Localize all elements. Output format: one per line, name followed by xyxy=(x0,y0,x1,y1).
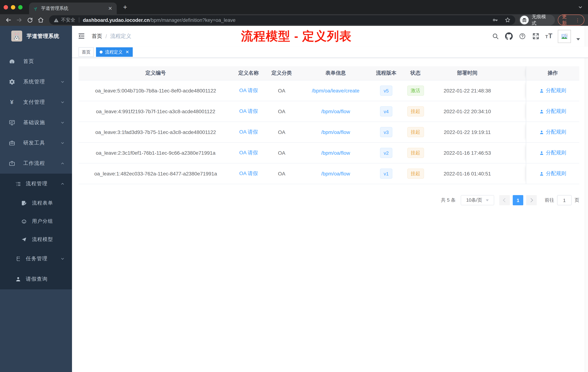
browser-tab[interactable]: 芋道管理系统 ✕ xyxy=(29,2,117,14)
tab-title: 芋道管理系统 xyxy=(41,5,107,11)
sidebar-item-leave-query[interactable]: 请假查询 xyxy=(0,269,72,289)
tag-close-icon[interactable]: ✕ xyxy=(126,50,129,54)
tab-close-icon[interactable]: ✕ xyxy=(107,5,113,11)
spacer xyxy=(504,122,526,142)
breadcrumb-home[interactable]: 首页 xyxy=(92,33,102,40)
page-size-select[interactable]: 10条/页 xyxy=(461,195,494,205)
breadcrumb-current: 流程定义 xyxy=(110,33,131,40)
goto-page-input[interactable] xyxy=(557,195,572,205)
sidebar-item-label: 系统管理 xyxy=(23,79,45,85)
deploy-time: 2022-01-16 17:46:53 xyxy=(431,143,504,163)
deploy-time: 2022-01-22 20:34:10 xyxy=(431,101,504,121)
tab-search-chevron-icon[interactable] xyxy=(578,5,583,10)
sidebar-item-process-form[interactable]: 流程表单 xyxy=(0,194,72,212)
spacer xyxy=(504,143,526,163)
sidebar-item-process-model[interactable]: 流程模型 xyxy=(0,230,72,249)
minimize-window-button[interactable] xyxy=(11,5,15,9)
current-page-button[interactable]: 1 xyxy=(513,195,523,205)
new-tab-button[interactable]: + xyxy=(120,2,130,12)
tag-home[interactable]: 首页 xyxy=(79,47,94,57)
form-link[interactable]: /bpm/oa/flow xyxy=(321,109,350,114)
sidebar-item-label: 研发工具 xyxy=(23,140,45,146)
back-button[interactable] xyxy=(4,15,13,25)
assign-rule-link[interactable]: 分配规则 xyxy=(539,150,566,156)
reload-button[interactable] xyxy=(25,15,34,25)
sidebar-item-label: 流程模型 xyxy=(32,236,53,243)
prev-page-button[interactable] xyxy=(499,195,510,205)
hamburger-toggle-icon[interactable] xyxy=(78,33,85,40)
logo-avatar: 🐰 xyxy=(11,31,22,42)
sidebar-item-payment[interactable]: ¥ 支付管理 xyxy=(0,92,72,112)
tag-process-definition[interactable]: 流程定义 ✕ xyxy=(96,47,133,57)
app-title: 芋道管理系统 xyxy=(27,33,59,40)
pagination: 共 5 条 10条/页 1 前往 页 xyxy=(72,195,588,205)
browser-tab-strip: 芋道管理系统 ✕ + xyxy=(0,0,588,14)
sidebar-item-infrastructure[interactable]: 基础设施 xyxy=(0,112,72,133)
sidebar-logo[interactable]: 🐰 芋道管理系统 xyxy=(0,26,72,46)
avatar-broken-image[interactable] xyxy=(558,30,571,43)
forward-button[interactable] xyxy=(14,15,24,25)
sidebar-item-home[interactable]: 首页 xyxy=(0,51,72,72)
search-icon[interactable] xyxy=(492,32,499,40)
sidebar-item-label: 任务管理 xyxy=(26,255,48,262)
bookmark-star-icon[interactable] xyxy=(504,17,511,23)
incognito-icon xyxy=(520,16,529,24)
col-header: 流程版本 xyxy=(372,66,400,80)
definition-name-link[interactable]: OA 请假 xyxy=(239,108,258,115)
scrollbar-track[interactable] xyxy=(585,26,588,372)
sidebar-item-label: 流程表单 xyxy=(32,200,53,206)
document-edit-icon xyxy=(21,200,27,206)
assign-rule-link[interactable]: 分配规则 xyxy=(539,170,566,177)
address-bar[interactable]: 不安全 dashboard.yudao.iocoder.cn/bpm/manag… xyxy=(49,15,515,25)
form-link[interactable]: /bpm/oa/flow xyxy=(321,171,350,176)
next-page-button[interactable] xyxy=(526,195,537,205)
browser-update-button[interactable]: 更新 ⋮ xyxy=(558,15,584,25)
form-link[interactable]: /bpm/oa/flow xyxy=(321,150,350,156)
definition-name-link[interactable]: OA 请假 xyxy=(239,170,258,177)
tag-label: 流程定义 xyxy=(105,49,123,55)
github-icon[interactable] xyxy=(505,32,513,40)
assign-rule-link[interactable]: 分配规则 xyxy=(539,87,566,94)
font-size-icon[interactable]: TT xyxy=(545,33,552,40)
status-badge: 挂起 xyxy=(407,106,424,117)
fullscreen-icon[interactable] xyxy=(532,32,540,40)
close-window-button[interactable] xyxy=(4,5,8,9)
definition-name-link[interactable]: OA 请假 xyxy=(239,150,258,156)
warning-triangle-icon xyxy=(53,17,59,23)
help-icon[interactable] xyxy=(518,32,526,40)
assign-rule-link[interactable]: 分配规则 xyxy=(539,108,566,115)
divider xyxy=(79,17,79,22)
version-tag: v2 xyxy=(380,148,392,158)
definition-name-link[interactable]: OA 请假 xyxy=(239,87,258,94)
col-spacer xyxy=(504,66,526,80)
key-icon[interactable] xyxy=(492,17,499,23)
security-label: 不安全 xyxy=(61,17,75,23)
definition-name-link[interactable]: OA 请假 xyxy=(239,129,258,135)
navbar-actions: TT xyxy=(492,26,580,47)
sidebar-item-workflow[interactable]: 工作流程 xyxy=(0,153,72,174)
sidebar-item-dev-tools[interactable]: 研发工具 xyxy=(0,133,72,153)
sidebar-item-system[interactable]: 系统管理 xyxy=(0,72,72,92)
form-link[interactable]: /bpm/oa/leave/create xyxy=(312,88,359,94)
security-status[interactable]: 不安全 xyxy=(53,17,75,23)
form-link[interactable]: /bpm/oa/flow xyxy=(321,129,350,135)
home-button[interactable] xyxy=(36,15,45,25)
browser-menu-icon[interactable]: ⋮ xyxy=(575,18,580,22)
avatar-caret-down-icon[interactable] xyxy=(576,38,580,40)
deploy-time: 2022-01-16 01:40:51 xyxy=(431,164,504,184)
main-area: 首页 / 流程定义 流程模型 - 定义列表 xyxy=(72,26,588,372)
assign-rule-link[interactable]: 分配规则 xyxy=(539,129,566,135)
app-window: 🐰 芋道管理系统 首页 系统管理 ¥ xyxy=(0,26,588,372)
definition-category: OA xyxy=(264,143,299,163)
sidebar-item-task-mgmt[interactable]: 任务管理 xyxy=(0,249,72,269)
sidebar-item-label: 支付管理 xyxy=(23,99,45,106)
briefcase-icon xyxy=(9,160,15,167)
sidebar-item-user-group[interactable]: 用户分组 xyxy=(0,212,72,230)
col-header: 状态 xyxy=(400,66,431,80)
table-row: oa_leave:4:991f2193-7b7f-11ec-a3c8-acde4… xyxy=(79,101,579,122)
sidebar: 🐰 芋道管理系统 首页 系统管理 ¥ xyxy=(0,26,72,372)
definition-category: OA xyxy=(264,164,299,184)
sidebar-item-process-mgmt[interactable]: 流程管理 xyxy=(0,174,72,194)
zoom-window-button[interactable] xyxy=(18,5,22,9)
user-face-icon xyxy=(21,218,27,225)
